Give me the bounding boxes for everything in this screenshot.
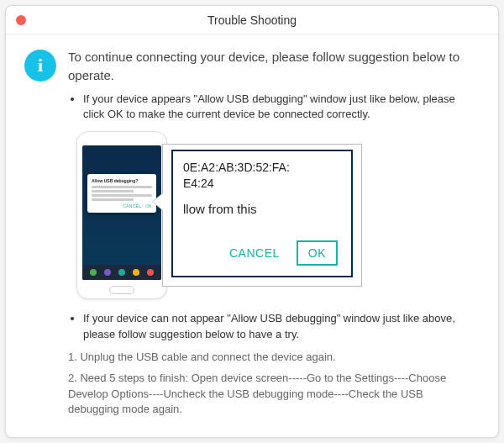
callout-tail-icon	[153, 193, 163, 210]
dock-app-icon	[104, 269, 111, 276]
dock-app-icon	[147, 269, 154, 276]
step-1: 1. Unplug the USB cable and connect the …	[68, 350, 475, 366]
phone-screen: Allow USB debugging? CANCEL OK	[82, 145, 161, 280]
text-placeholder-line	[92, 198, 134, 201]
close-icon[interactable]	[16, 15, 26, 25]
text-placeholder-line	[92, 194, 152, 197]
phone-dialog-title: Allow USB debugging?	[92, 178, 152, 184]
dialog-window: Trouble Shooting To continue connecting …	[5, 5, 499, 438]
illustration: Allow USB debugging? CANCEL OK	[76, 131, 475, 299]
mac-line-2: E4:24	[183, 177, 214, 190]
bullet-item-1: If your device appears "Allow USB debugg…	[83, 92, 475, 124]
phone-ok-button: OK	[145, 203, 152, 208]
zoom-cancel-button: CANCEL	[229, 245, 280, 261]
phone-home-button	[109, 286, 134, 294]
body-text: To continue connecting your device, plea…	[68, 48, 475, 423]
dock-app-icon	[133, 269, 139, 276]
step-2: 2. Need 5 steps to finish: Open device s…	[68, 371, 475, 419]
zoom-callout: 0E:A2:AB:3D:52:FA: E4:24 llow from this …	[162, 144, 362, 287]
zoom-ok-button: OK	[297, 240, 338, 266]
phone-cancel-button: CANCEL	[123, 203, 141, 208]
lead-text: To continue connecting your device, plea…	[68, 48, 475, 85]
dock-app-icon	[118, 269, 125, 276]
bullet-list-2: If your device can not appear "Allow USB…	[68, 311, 475, 343]
phone-dialog: Allow USB debugging? CANCEL OK	[87, 174, 156, 213]
titlebar: Trouble Shooting	[6, 6, 498, 34]
steps-block: 1. Unplug the USB cable and connect the …	[68, 350, 475, 418]
text-placeholder-line	[92, 190, 134, 192]
mac-line-1: 0E:A2:AB:3D:52:FA:	[183, 161, 290, 174]
fingerprint-text: 0E:A2:AB:3D:52:FA: E4:24	[183, 160, 341, 192]
info-icon	[24, 50, 56, 82]
bullet-item-2: If your device can not appear "Allow USB…	[83, 311, 475, 343]
content-area: To continue connecting your device, plea…	[6, 34, 498, 438]
allow-from-text: llow from this	[183, 200, 341, 219]
zoom-inner: 0E:A2:AB:3D:52:FA: E4:24 llow from this …	[171, 150, 353, 277]
phone-dialog-buttons: CANCEL OK	[92, 203, 152, 209]
phone-dock	[82, 265, 161, 280]
dock-app-icon	[90, 269, 97, 276]
text-placeholder-line	[92, 186, 152, 188]
bullet-list: If your device appears "Allow USB debugg…	[68, 92, 475, 124]
zoom-buttons: CANCEL OK	[229, 240, 338, 266]
window-title: Trouble Shooting	[207, 13, 297, 27]
phone-mockup: Allow USB debugging? CANCEL OK	[76, 131, 167, 299]
